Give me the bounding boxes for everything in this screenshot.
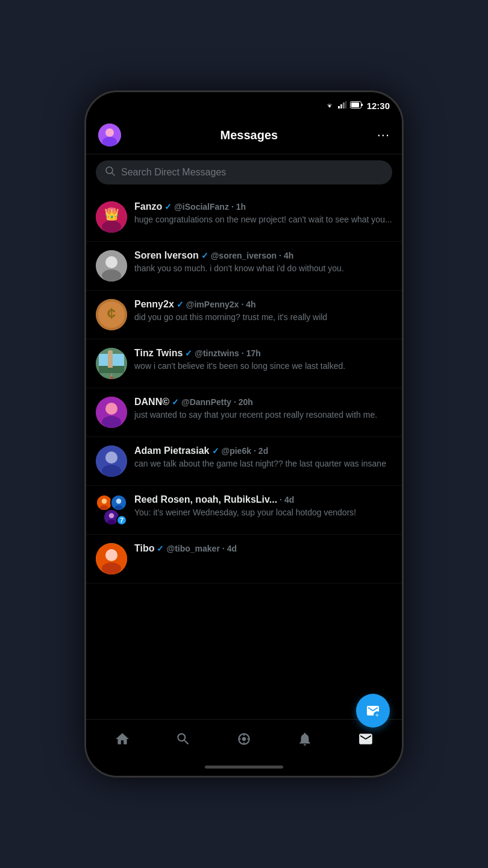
message-preview: You: it's weiner Wednesday, sup your loc…: [134, 507, 392, 519]
battery-icon: [350, 101, 363, 110]
svg-rect-0: [338, 106, 340, 108]
search-bar[interactable]: Search Direct Messages: [96, 160, 392, 184]
message-header-row: DANN© ✓ @DannPetty · 20h: [134, 397, 392, 407]
verified-badge: ✓: [177, 300, 184, 309]
avatar: ¢: [96, 299, 127, 330]
phone-screen: 12:30 Messages ···: [86, 92, 402, 776]
page-title: Messages: [221, 128, 278, 142]
avatar: [96, 397, 127, 428]
message-content: Soren Iverson ✓ @soren_iverson · 4h than…: [134, 250, 392, 275]
sender-name: Fanzo ✓ @iSocialFanz · 1h: [134, 201, 246, 212]
home-indicator: [86, 758, 402, 776]
svg-text:👑: 👑: [104, 207, 119, 221]
sender-name: Adam Pietrasiak ✓ @pie6k · 2d: [134, 445, 268, 456]
message-content: Penny2x ✓ @imPenny2x · 4h did you go out…: [134, 299, 392, 324]
compose-message-button[interactable]: +: [356, 694, 390, 728]
svg-point-35: [102, 498, 107, 504]
avatar-wrap: ¢: [96, 299, 127, 330]
svg-text:🗼: 🗼: [108, 372, 116, 379]
verified-badge: ✓: [157, 544, 164, 553]
avatar: [96, 445, 127, 477]
message-item-fanzo[interactable]: 👑 Fanzo ✓ @iSocialFanz · 1h: [86, 193, 402, 242]
svg-rect-6: [361, 104, 363, 106]
svg-text:+: +: [375, 712, 379, 718]
svg-rect-5: [351, 102, 359, 107]
search-container: Search Direct Messages: [86, 154, 402, 193]
avatar-wrap: [96, 543, 127, 574]
sender-name: DANN© ✓ @DannPetty · 20h: [134, 397, 253, 407]
svg-rect-3: [345, 101, 346, 108]
message-item-tibo[interactable]: Tibo ✓ @tibo_maker · 4d: [86, 535, 402, 583]
message-item-adam[interactable]: Adam Pietrasiak ✓ @pie6k · 2d can we tal…: [86, 437, 402, 486]
svg-point-8: [105, 128, 114, 137]
message-preview: wow i can't believe it's been so long si…: [134, 360, 392, 373]
message-content: Tinz Twins ✓ @tinztwins · 17h wow i can'…: [134, 348, 392, 373]
message-header-row: Tibo ✓ @tibo_maker · 4d: [134, 543, 392, 554]
status-time: 12:30: [367, 101, 390, 111]
bottom-nav: [86, 719, 402, 758]
message-content: Adam Pietrasiak ✓ @pie6k · 2d can we tal…: [134, 445, 392, 470]
svg-point-41: [109, 513, 114, 518]
user-avatar[interactable]: [98, 124, 121, 146]
signal-icon: [338, 101, 346, 110]
sender-name: Soren Iverson ✓ @soren_iverson · 4h: [134, 250, 293, 261]
svg-point-33: [102, 465, 121, 477]
sender-name: Reed Rosen, noah, RubiksLiv... · 4d: [134, 494, 294, 505]
sender-name: Tinz Twins ✓ @tinztwins · 17h: [134, 348, 261, 359]
message-header-row: Reed Rosen, noah, RubiksLiv... · 4d: [134, 494, 392, 505]
svg-point-29: [105, 403, 117, 415]
svg-point-26: [108, 350, 113, 354]
message-header-row: Soren Iverson ✓ @soren_iverson · 4h: [134, 250, 392, 261]
search-input[interactable]: Search Direct Messages: [121, 167, 226, 178]
avatar-wrap: [96, 397, 127, 428]
svg-point-42: [107, 520, 116, 525]
verified-badge: ✓: [164, 202, 172, 212]
message-item-tinz[interactable]: 🗼 Tinz Twins ✓ @tinztwins · 17h: [86, 339, 402, 388]
verified-badge: ✓: [201, 251, 208, 260]
nav-search[interactable]: [168, 724, 198, 754]
message-content: DANN© ✓ @DannPetty · 20h just wanted to …: [134, 397, 392, 421]
svg-point-49: [242, 737, 246, 741]
message-item-soren[interactable]: Soren Iverson ✓ @soren_iverson · 4h than…: [86, 242, 402, 291]
svg-point-17: [105, 256, 117, 268]
message-content: Reed Rosen, noah, RubiksLiv... · 4d You:…: [134, 494, 392, 519]
avatar-wrap: 👑: [96, 201, 127, 233]
messages-list: 👑 Fanzo ✓ @iSocialFanz · 1h: [86, 193, 402, 719]
search-icon: [105, 166, 115, 178]
nav-home[interactable]: [107, 724, 137, 754]
message-header-row: Penny2x ✓ @imPenny2x · 4h: [134, 299, 392, 310]
message-header-row: Fanzo ✓ @iSocialFanz · 1h: [134, 201, 392, 212]
svg-rect-1: [340, 104, 342, 108]
avatar-group: 7: [96, 494, 127, 526]
nav-notifications[interactable]: [290, 724, 320, 754]
messages-header: Messages ···: [86, 119, 402, 154]
message-preview: can we talk about the game last night?? …: [134, 458, 392, 470]
svg-point-9: [102, 137, 117, 146]
message-item-dann[interactable]: DANN© ✓ @DannPetty · 20h just wanted to …: [86, 388, 402, 437]
status-bar: 12:30: [86, 92, 402, 119]
message-item-penny[interactable]: ¢ Penny2x ✓ @imPenny2x · 4h: [86, 291, 402, 339]
nav-spaces[interactable]: [229, 724, 259, 754]
message-item-group[interactable]: 7 Reed Rosen, noah, RubiksLiv... · 4d Yo…: [86, 486, 402, 535]
avatar: [96, 543, 127, 574]
avatar: [96, 250, 127, 281]
message-content: Tibo ✓ @tibo_maker · 4d: [134, 543, 392, 556]
svg-line-11: [112, 173, 115, 176]
avatar-wrap: [96, 250, 127, 281]
verified-badge: ✓: [212, 446, 219, 456]
verified-badge: ✓: [172, 397, 179, 407]
more-options-button[interactable]: ···: [377, 127, 390, 143]
home-bar: [205, 766, 283, 769]
message-header-row: Adam Pietrasiak ✓ @pie6k · 2d: [134, 445, 392, 456]
sender-name: Tibo ✓ @tibo_maker · 4d: [134, 543, 237, 554]
avatar: 🗼: [96, 348, 127, 379]
nav-messages[interactable]: [351, 724, 381, 754]
svg-point-38: [116, 498, 122, 504]
svg-point-45: [102, 562, 121, 574]
svg-rect-2: [343, 102, 345, 108]
svg-point-30: [102, 416, 121, 428]
unread-badge: 7: [116, 515, 127, 526]
wifi-icon: [325, 101, 334, 110]
message-header-row: Tinz Twins ✓ @tinztwins · 17h: [134, 348, 392, 359]
svg-point-18: [102, 269, 121, 281]
